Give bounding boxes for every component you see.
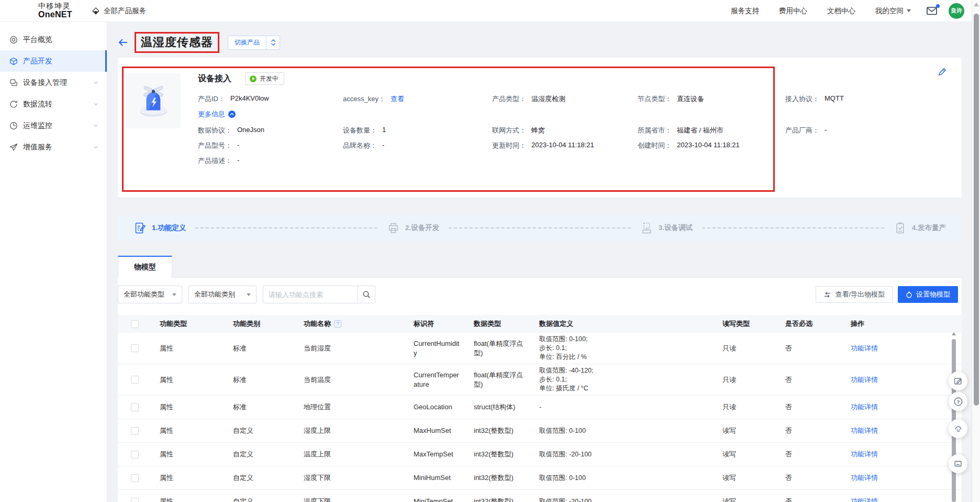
step-4[interactable]: 4.发布量产 — [894, 222, 946, 235]
info-field: 产品ID：P2k4KV0low — [198, 94, 343, 104]
row-checkbox[interactable] — [131, 376, 139, 384]
view-export-label: 查看/导出物模型 — [835, 290, 885, 299]
search-box — [263, 286, 375, 303]
tab-thing-model[interactable]: 物模型 — [118, 256, 172, 278]
table-header: 功能类型 功能类别 功能名称 ? 标识符 数据类型 数据值定义 读写类型 是否必… — [118, 315, 962, 333]
cell-required: 否 — [777, 375, 843, 385]
function-detail-link[interactable]: 功能详情 — [851, 403, 878, 411]
my-space-menu[interactable]: 我的空间 — [875, 6, 911, 16]
back-button[interactable] — [118, 38, 128, 47]
function-category-value: 全部功能类别 — [194, 290, 235, 299]
sidebar-item[interactable]: 增值服务 — [0, 136, 107, 158]
function-category-dropdown[interactable]: 全部功能类别 — [188, 286, 257, 303]
section-title: 设备接入 — [198, 73, 231, 84]
column-identifier: 标识符 — [406, 319, 466, 329]
sidebar-item[interactable]: 平台概览 — [0, 29, 107, 50]
product-image — [126, 73, 181, 128]
sidebar: 平台概览产品开发设备接入管理数据流转运维监控增值服务 — [0, 22, 107, 502]
function-type-dropdown[interactable]: 全部功能类型 — [118, 286, 182, 303]
minimize-window-button[interactable] — [949, 454, 967, 473]
page-scrollbar[interactable] — [972, 0, 980, 502]
sidebar-item-label: 设备接入管理 — [23, 78, 67, 88]
column-actions: 操作 — [843, 319, 962, 329]
function-detail-link[interactable]: 功能详情 — [851, 376, 878, 384]
row-checkbox[interactable] — [131, 344, 139, 352]
sidebar-item[interactable]: 产品开发 — [0, 50, 107, 72]
scroll-up-arrow-icon[interactable] — [952, 332, 956, 335]
row-checkbox[interactable] — [131, 498, 139, 502]
table-row: 属性自定义温度上限MaxTempSetint32(整数型)取值范围: -20-1… — [118, 443, 962, 466]
inner-scrollbar[interactable] — [952, 332, 956, 502]
sidebar-item[interactable]: 设备接入管理 — [0, 72, 107, 93]
sidebar-item[interactable]: 运维监控 — [0, 115, 107, 136]
sidebar-item[interactable]: 数据流转 — [0, 93, 107, 115]
tab-strip: 物模型 — [118, 256, 962, 278]
scroll-up-arrow-icon[interactable] — [974, 3, 979, 6]
page-title: 温湿度传感器 — [141, 36, 213, 49]
topnav-link[interactable]: 费用中心 — [779, 6, 807, 16]
mail-button[interactable] — [927, 6, 937, 15]
cell-data-type: int32(整数型) — [466, 450, 531, 459]
cell-function-name: 温度上限 — [296, 450, 406, 459]
info-label: 节点类型： — [638, 94, 672, 104]
cell-function-category: 标准 — [225, 402, 296, 412]
avatar[interactable]: 良许 — [949, 3, 964, 19]
function-detail-link[interactable]: 功能详情 — [851, 344, 878, 352]
feedback-edit-button[interactable] — [949, 372, 967, 390]
step-device-develop-icon — [387, 222, 400, 235]
function-detail-link[interactable]: 功能详情 — [851, 474, 878, 482]
cell-function-name: 湿度上限 — [296, 426, 406, 435]
step-2[interactable]: 2.设备开发 — [387, 222, 439, 235]
sidebar-item-label: 产品开发 — [23, 57, 52, 66]
cell-data-definition: 取值范围: -20-100 — [531, 450, 715, 459]
cell-function-category: 自定义 — [225, 497, 296, 502]
info-label: 接入协议： — [785, 94, 819, 104]
step-1[interactable]: 1.功能定义 — [133, 222, 186, 235]
set-model-button[interactable]: 设置物模型 — [898, 286, 958, 303]
row-checkbox[interactable] — [131, 403, 139, 411]
sidebar-item-label: 运维监控 — [23, 121, 52, 130]
cell-function-category: 标准 — [225, 344, 296, 353]
function-detail-link[interactable]: 功能详情 — [851, 427, 878, 434]
info-field: 产品类型：温湿度检测 — [492, 94, 638, 104]
search-button[interactable] — [358, 286, 375, 303]
table-row: 属性自定义温度下限MiniTempSetint32(整数型)取值范围: -20-… — [118, 490, 962, 502]
all-products-menu[interactable]: 全部产品服务 — [92, 6, 146, 16]
function-detail-link[interactable]: 功能详情 — [851, 450, 878, 458]
cell-function-type: 属性 — [152, 344, 225, 353]
top-header: 中移坤灵 OneNET 全部产品服务 服务支持费用中心文档中心 我的空间 良许 — [0, 0, 980, 22]
chevron-down-icon — [247, 293, 251, 296]
topnav-link[interactable]: 服务支持 — [731, 6, 759, 16]
view-access-key-link[interactable]: 查看 — [391, 94, 404, 104]
cell-function-type: 属性 — [152, 402, 225, 412]
chevron-down-icon — [93, 80, 98, 85]
row-checkbox[interactable] — [131, 451, 139, 459]
cell-function-type: 属性 — [152, 450, 225, 459]
cell-required: 否 — [777, 402, 843, 412]
column-data-type: 数据类型 — [466, 319, 531, 329]
switch-product-button[interactable]: 切换产品 — [228, 36, 266, 50]
switch-product-expand-button[interactable] — [266, 36, 280, 50]
step-3[interactable]: 3.设备调试 — [640, 222, 693, 235]
info-value: P2k4KV0low — [230, 94, 269, 104]
select-all-checkbox[interactable] — [131, 320, 139, 328]
row-checkbox[interactable] — [131, 474, 139, 482]
row-checkbox[interactable] — [131, 427, 139, 435]
search-input[interactable] — [263, 286, 358, 303]
cell-data-type: float(单精度浮点型) — [466, 339, 531, 358]
function-table: 功能类型 功能类别 功能名称 ? 标识符 数据类型 数据值定义 读写类型 是否必… — [118, 315, 962, 502]
page-scrollbar-thumb[interactable] — [974, 14, 979, 406]
topnav-link[interactable]: 文档中心 — [827, 6, 855, 16]
customer-service-button[interactable] — [949, 419, 967, 438]
step-label: 3.设备调试 — [659, 223, 693, 233]
help-question-button[interactable]: ? — [949, 392, 967, 411]
info-label: 创建时间： — [638, 141, 672, 150]
switch-product-group: 切换产品 — [228, 36, 280, 50]
help-icon[interactable]: ? — [334, 320, 341, 328]
sidebar-item-label: 增值服务 — [23, 143, 52, 152]
more-info-toggle[interactable]: 更多信息 — [198, 110, 941, 119]
view-export-model-button[interactable]: 查看/导出物模型 — [816, 286, 893, 303]
onenet-logo[interactable]: 中移坤灵 OneNET — [38, 2, 72, 19]
function-detail-link[interactable]: 功能详情 — [851, 497, 878, 502]
info-value: - — [237, 141, 239, 150]
